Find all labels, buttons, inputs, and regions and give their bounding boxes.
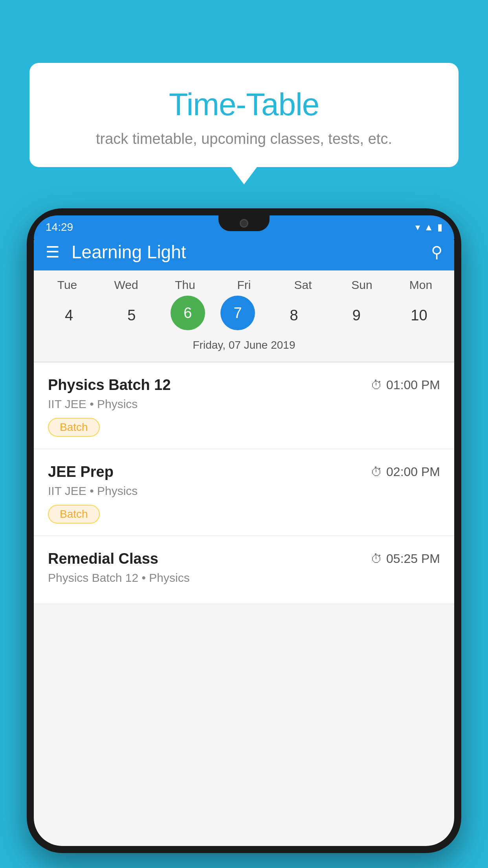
day-name-sat: Sat <box>279 278 327 292</box>
day-9[interactable]: 9 <box>333 296 380 335</box>
batch-badge-2: Batch <box>48 505 100 524</box>
day-numbers: 4 5 6 7 8 9 10 <box>34 296 454 335</box>
tooltip-subtitle: track timetable, upcoming classes, tests… <box>53 131 435 147</box>
day-name-thu: Thu <box>161 278 209 292</box>
day-5[interactable]: 5 <box>108 296 155 335</box>
class-time-value-1: 01:00 PM <box>386 378 440 392</box>
batch-badge-1: Batch <box>48 418 100 437</box>
class-meta-3: Physics Batch 12 • Physics <box>48 571 440 585</box>
calendar-strip: Tue Wed Thu Fri Sat Sun Mon 4 5 6 7 8 9 … <box>34 270 454 362</box>
clock-icon-1: ⏱ <box>371 379 382 392</box>
class-list: Physics Batch 12 ⏱ 01:00 PM IIT JEE • Ph… <box>34 362 454 604</box>
day-6-today[interactable]: 6 <box>171 296 205 330</box>
class-time-value-2: 02:00 PM <box>386 465 440 479</box>
battery-icon: ▮ <box>437 222 442 233</box>
day-4[interactable]: 4 <box>46 296 93 335</box>
class-name-3: Remedial Class <box>48 550 158 567</box>
camera-dot <box>240 219 248 228</box>
day-name-sun: Sun <box>338 278 385 292</box>
class-name-2: JEE Prep <box>48 463 114 480</box>
class-meta-2: IIT JEE • Physics <box>48 484 440 498</box>
day-name-fri: Fri <box>220 278 268 292</box>
status-bar: 14:29 ▾ ▲ ▮ <box>34 215 454 239</box>
class-time-1: ⏱ 01:00 PM <box>371 378 440 392</box>
day-name-mon: Mon <box>397 278 444 292</box>
day-name-tue: Tue <box>44 278 91 292</box>
class-card-3-header: Remedial Class ⏱ 05:25 PM <box>48 550 440 567</box>
search-icon[interactable]: ⚲ <box>431 243 442 261</box>
phone-screen: ☰ Learning Light ⚲ Tue Wed Thu Fri Sat S… <box>34 215 454 846</box>
class-name-1: Physics Batch 12 <box>48 377 171 394</box>
tooltip-title: Time-Table <box>53 86 435 123</box>
class-card-1[interactable]: Physics Batch 12 ⏱ 01:00 PM IIT JEE • Ph… <box>34 362 454 449</box>
app-title: Learning Light <box>72 241 431 263</box>
class-card-2[interactable]: JEE Prep ⏱ 02:00 PM IIT JEE • Physics Ba… <box>34 449 454 536</box>
phone-outer: 14:29 ▾ ▲ ▮ ☰ Learning Light ⚲ <box>27 208 461 853</box>
day-10[interactable]: 10 <box>395 296 442 335</box>
day-8[interactable]: 8 <box>270 296 317 335</box>
class-card-1-header: Physics Batch 12 ⏱ 01:00 PM <box>48 377 440 394</box>
tooltip-card: Time-Table track timetable, upcoming cla… <box>29 63 459 167</box>
class-time-value-3: 05:25 PM <box>386 552 440 566</box>
class-card-2-header: JEE Prep ⏱ 02:00 PM <box>48 463 440 480</box>
class-card-3[interactable]: Remedial Class ⏱ 05:25 PM Physics Batch … <box>34 536 454 604</box>
day-name-wed: Wed <box>103 278 150 292</box>
class-time-2: ⏱ 02:00 PM <box>371 465 440 479</box>
wifi-icon: ▾ <box>415 222 420 233</box>
header-content: ☰ Learning Light ⚲ <box>46 241 442 263</box>
status-time: 14:29 <box>46 221 73 234</box>
class-time-3: ⏱ 05:25 PM <box>371 552 440 566</box>
days-header: Tue Wed Thu Fri Sat Sun Mon <box>34 278 454 292</box>
phone-wrapper: 14:29 ▾ ▲ ▮ ☰ Learning Light ⚲ <box>27 208 461 868</box>
class-meta-1: IIT JEE • Physics <box>48 397 440 411</box>
signal-icon: ▲ <box>424 222 433 233</box>
status-icons: ▾ ▲ ▮ <box>415 222 442 233</box>
clock-icon-3: ⏱ <box>371 552 382 566</box>
selected-date-label: Friday, 07 June 2019 <box>34 335 454 358</box>
hamburger-icon[interactable]: ☰ <box>46 244 60 260</box>
clock-icon-2: ⏱ <box>371 465 382 479</box>
day-7-selected[interactable]: 7 <box>220 296 255 330</box>
phone-notch <box>218 215 270 231</box>
